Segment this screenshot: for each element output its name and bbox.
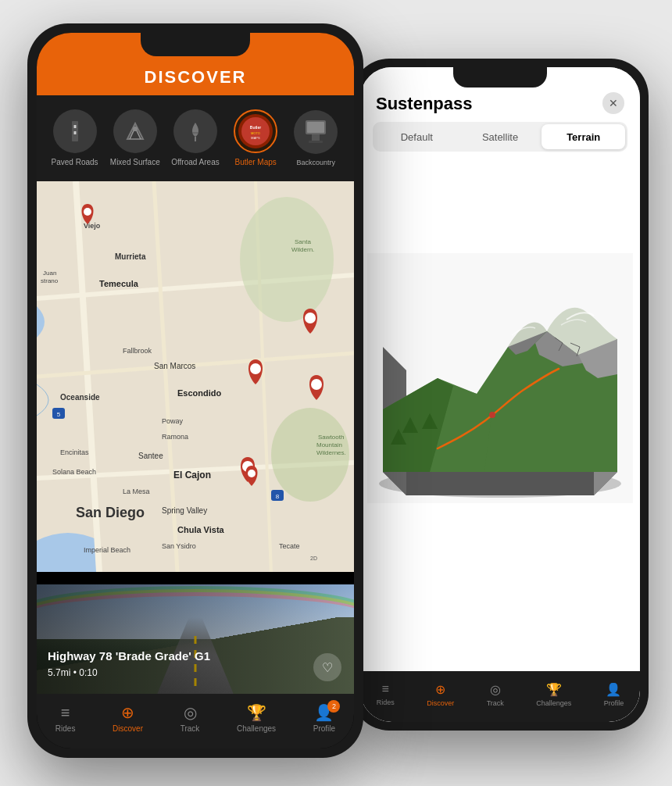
svg-point-48	[250, 363, 261, 374]
svg-rect-12	[309, 141, 323, 143]
tab-bar: Default Satellite Terrain	[373, 122, 627, 152]
nav2-challenges-icon: 🏆	[546, 682, 562, 697]
map-area[interactable]: Viejo Murrieta Temecula Fallbrook Oceans…	[37, 181, 354, 572]
svg-text:Chula Vista: Chula Vista	[177, 525, 225, 534]
nav2-rides-icon: ≡	[382, 682, 389, 696]
nav2-profile[interactable]: 👤 Profile	[604, 682, 624, 707]
cat-mixed[interactable]: Mixed Surface	[107, 109, 163, 167]
svg-text:Temecula: Temecula	[99, 279, 139, 288]
rides-icon: ≡	[61, 704, 70, 722]
nav-profile[interactable]: 👤 2 Profile	[313, 703, 335, 733]
svg-text:Wildernes.: Wildernes.	[316, 449, 346, 456]
cat-butler-icon: Butler MOTO MAPS	[234, 109, 277, 153]
cat-backc[interactable]: Backcountry	[288, 110, 344, 167]
nav2-rides-label: Rides	[377, 698, 395, 706]
cat-butler-label: Butler Maps	[234, 158, 276, 167]
tab-satellite[interactable]: Satellite	[459, 124, 542, 149]
svg-text:Santee: Santee	[138, 452, 163, 460]
tab-default[interactable]: Default	[375, 124, 459, 149]
terrain-view	[360, 159, 640, 597]
categories-row: Paved Roads Mixed Surface	[37, 95, 354, 181]
nav2-challenges[interactable]: 🏆 Challenges	[536, 682, 571, 707]
nav2-track-icon: ◎	[490, 682, 501, 697]
cat-paved-icon	[53, 109, 97, 153]
svg-text:Solana Beach: Solana Beach	[52, 468, 96, 476]
svg-rect-10	[307, 122, 324, 133]
card-subtitle: 5.7mi • 0:10	[48, 667, 98, 678]
nav2-discover-icon: ⊕	[435, 682, 445, 697]
svg-text:Escondido: Escondido	[177, 388, 222, 398]
cat-mixed-icon	[113, 109, 157, 153]
cat-butler[interactable]: Butler MOTO MAPS Butler Maps	[227, 109, 284, 167]
nav-rides[interactable]: ≡ Rides	[55, 704, 76, 733]
discover-icon: ⊕	[121, 703, 134, 722]
phone2: Sustenpass ✕ Default Satellite Terrain	[352, 59, 649, 731]
svg-point-47	[311, 379, 322, 390]
tab-terrain[interactable]: Terrain	[542, 124, 625, 149]
svg-text:Sawtooth: Sawtooth	[318, 434, 344, 441]
nav2-challenges-label: Challenges	[536, 699, 571, 707]
svg-text:Oceanside: Oceanside	[60, 393, 100, 402]
svg-text:Juan: Juan	[43, 270, 56, 277]
nav2-profile-label: Profile	[604, 699, 624, 707]
svg-text:2D: 2D	[310, 556, 317, 561]
nav2-track[interactable]: ◎ Track	[487, 682, 504, 707]
terrain-svg	[367, 253, 633, 503]
phone2-inner: Sustenpass ✕ Default Satellite Terrain	[360, 67, 640, 722]
nav2-rides[interactable]: ≡ Rides	[377, 682, 395, 706]
svg-text:Mountain: Mountain	[316, 441, 342, 448]
tab-default-label: Default	[401, 131, 433, 143]
profile-badge: 2	[327, 700, 340, 713]
nav-track[interactable]: ◎ Track	[181, 703, 200, 733]
svg-text:strano: strano	[41, 277, 59, 284]
track-icon: ◎	[184, 703, 197, 722]
svg-text:Poway: Poway	[162, 417, 184, 425]
bottom-card[interactable]: Highway 78 'Brade Grade' G1 5.7mi • 0:10…	[37, 584, 354, 694]
svg-text:Encinitas: Encinitas	[60, 448, 89, 456]
tab-terrain-label: Terrain	[567, 131, 600, 143]
svg-text:Spring Valley: Spring Valley	[162, 506, 207, 515]
card-title: Highway 78 'Brade Grade' G1	[48, 649, 210, 663]
svg-text:Wildern.: Wildern.	[291, 246, 314, 253]
svg-rect-1	[73, 125, 76, 128]
svg-point-50	[84, 208, 91, 216]
bottom-nav2: ≡ Rides ⊕ Discover ◎ Track 🏆 Challenges …	[360, 671, 640, 722]
svg-text:Murrieta: Murrieta	[115, 252, 146, 261]
svg-text:Santa: Santa	[295, 238, 311, 245]
nav-challenges[interactable]: 🏆 Challenges	[237, 703, 276, 733]
profile-icon-wrap: 👤 2	[314, 703, 334, 722]
svg-text:MAPS: MAPS	[251, 136, 260, 140]
svg-rect-2	[73, 131, 76, 134]
cat-paved[interactable]: Paved Roads	[47, 109, 103, 167]
svg-point-49	[305, 313, 316, 323]
svg-rect-11	[312, 134, 320, 141]
svg-text:San Diego: San Diego	[76, 505, 145, 520]
phone1: DISCOVER Paved Roads	[27, 23, 363, 758]
phone1-inner: DISCOVER Paved Roads	[37, 33, 354, 748]
bottom-nav1: ≡ Rides ⊕ Discover ◎ Track 🏆 Challenges	[37, 694, 354, 748]
svg-text:8: 8	[276, 493, 280, 500]
nav-track-label: Track	[181, 724, 200, 733]
challenges-icon: 🏆	[247, 703, 266, 722]
cat-offroad[interactable]: Offroad Areas	[167, 109, 223, 167]
svg-text:La Mesa: La Mesa	[123, 488, 150, 495]
nav2-track-label: Track	[487, 699, 504, 707]
svg-text:Fallbrook: Fallbrook	[123, 347, 152, 355]
svg-text:Viejo: Viejo	[84, 222, 101, 230]
close-button[interactable]: ✕	[602, 92, 624, 114]
svg-point-56	[489, 412, 495, 418]
nav-rides-label: Rides	[55, 724, 76, 733]
tab-satellite-label: Satellite	[482, 131, 518, 143]
nav2-profile-icon: 👤	[606, 682, 621, 697]
card-heart-btn[interactable]: ♡	[313, 653, 341, 681]
nav-profile-label: Profile	[313, 724, 335, 733]
scene: DISCOVER Paved Roads	[0, 0, 672, 786]
nav2-discover[interactable]: ⊕ Discover	[427, 682, 454, 707]
svg-text:Ramona: Ramona	[162, 433, 188, 441]
nav-discover[interactable]: ⊕ Discover	[113, 703, 143, 733]
svg-point-46	[248, 470, 256, 477]
sustenpass-title: Sustenpass	[376, 94, 473, 114]
nav-challenges-label: Challenges	[237, 724, 276, 733]
cat-paved-label: Paved Roads	[52, 158, 98, 167]
svg-point-14	[240, 197, 334, 322]
